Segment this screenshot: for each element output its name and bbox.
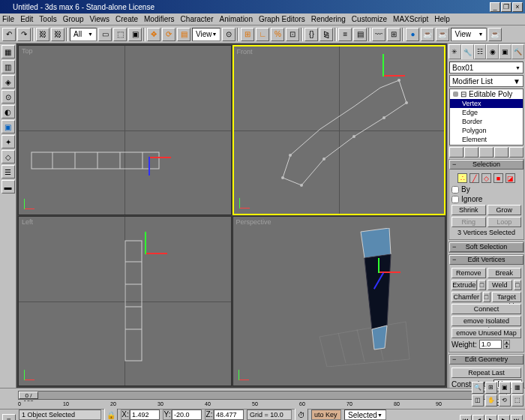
goto-start-button[interactable]: ⏮ [460,415,472,421]
viewport-left[interactable]: Left [18,216,232,386]
tab-hierarchy[interactable]: ☷ [474,44,487,59]
stack-vertex[interactable]: Vertex [450,99,523,108]
select-button[interactable]: ▭ [98,28,112,41]
render-preset[interactable]: View▼ [451,28,487,41]
weld-button[interactable]: Weld [488,280,513,290]
pin-stack-button[interactable] [449,147,464,158]
x-coord-input[interactable] [130,410,160,420]
pan-button[interactable]: ✋ [485,394,497,406]
zoom-all-button[interactable]: ⊞ [485,382,497,394]
remove-button[interactable]: Remove [452,268,486,278]
scale-button[interactable]: ▤ [177,28,190,41]
minimize-button[interactable]: _ [490,2,500,12]
quick-render-button[interactable]: ☕ [436,28,449,41]
mirror-button[interactable]: ⧎ [320,28,333,41]
chamfer-button[interactable]: Chamfer [452,292,482,302]
ignore-backfacing-checkbox[interactable] [452,196,459,203]
stack-edge[interactable]: Edge [450,108,523,117]
select-window-button[interactable]: ▣ [128,28,142,41]
menu-modifiers[interactable]: Modifiers [144,15,175,23]
by-vertex-checkbox[interactable] [452,186,459,194]
close-button[interactable]: × [512,2,523,12]
tab-button-8[interactable]: ◇ [2,150,15,164]
subobj-element-icon[interactable]: ◪ [506,173,515,183]
tab-display[interactable]: ▣ [499,44,512,59]
remove-unused-button[interactable]: emove Unused Map Vert [452,328,521,338]
tab-modify[interactable]: 🔧 [461,44,474,59]
menu-edit[interactable]: Edit [20,15,33,23]
grow-button[interactable]: Grow [488,205,522,215]
maxscript-listener-button[interactable]: ≡ [2,414,16,421]
viewport-perspective[interactable]: Perspective [232,216,446,386]
time-slider[interactable]: 0 / 100 [19,392,38,399]
lock-selection-button[interactable]: 🔒 [104,408,118,420]
time-config-button[interactable]: ⏱ [295,408,308,420]
tab-button-10[interactable]: ▬ [2,180,15,194]
tab-button-6[interactable]: ▣ [2,120,15,134]
tab-create[interactable]: ✳ [448,44,461,59]
schematic-button[interactable]: ⊞ [387,28,400,41]
repeat-last-button[interactable]: Repeat Last [452,368,521,378]
target-weld-button[interactable]: Target Weld [492,292,522,302]
center-pivot-button[interactable]: ⊙ [222,28,236,41]
ref-coord-dropdown[interactable]: View▼ [192,28,220,41]
connect-button[interactable]: Connect [452,304,521,314]
spinner-snap-toggle[interactable]: ⊡ [286,28,299,41]
soft-selection-header[interactable]: Soft Selection [449,242,524,252]
z-coord-input[interactable] [214,410,244,420]
zoom-extents-all-button[interactable]: ▦ [512,382,524,394]
tab-button-5[interactable]: ◐ [2,105,15,118]
selection-header[interactable]: Selection [449,160,524,170]
link-button[interactable]: ⛓ [36,28,50,41]
shrink-button[interactable]: Shrink [452,205,486,215]
tab-button-9[interactable]: ☰ [2,165,15,178]
layers-button[interactable]: ▤ [353,28,367,41]
tab-motion[interactable]: ◉ [486,44,499,59]
weight-input[interactable] [479,340,502,349]
align-button[interactable]: ≡ [338,28,352,41]
modifier-list-dropdown[interactable]: Modifier List▼ [449,75,524,87]
menu-customize[interactable]: Customize [352,15,387,23]
prev-frame-button[interactable]: ◀ [472,415,484,421]
edit-geometry-header[interactable]: Edit Geometry [449,355,524,364]
zoom-extents-button[interactable]: ▣ [499,382,511,394]
undo-button[interactable]: ↶ [2,28,16,41]
menu-group[interactable]: Group [63,15,84,23]
next-frame-button[interactable]: ▶ [498,415,510,421]
arc-rotate-button[interactable]: ⟲ [499,394,511,406]
tab-button-1[interactable]: ▦ [2,45,15,58]
subobj-polygon-icon[interactable]: ■ [494,173,503,183]
snap-toggle[interactable]: ⊞ [241,28,254,41]
auto-key-button[interactable]: uto Key [311,410,341,420]
selection-filter[interactable]: All▼ [70,28,97,41]
rotate-button[interactable]: ⟳ [162,28,176,41]
percent-snap-toggle[interactable]: % [271,28,284,41]
menu-help[interactable]: Help [434,15,450,23]
tab-button-7[interactable]: ✦ [2,135,15,148]
render-button[interactable]: ☕ [488,28,502,41]
stack-border[interactable]: Border [450,117,523,126]
zoom-button[interactable]: 🔍 [472,382,484,394]
move-button[interactable]: ✥ [147,28,160,41]
viewport-front[interactable]: Front [232,45,446,215]
goto-end-button[interactable]: ⏭ [511,415,523,421]
y-coord-input[interactable] [172,410,202,420]
edit-vertices-header[interactable]: Edit Vertices [449,255,524,265]
modifier-stack[interactable]: ⊟Editable Poly Vertex Edge Border Polygo… [449,88,524,146]
menu-file[interactable]: File [2,15,14,23]
unlink-button[interactable]: ⛓ [51,28,64,41]
select-region-button[interactable]: ⬚ [113,28,127,41]
curve-editor-button[interactable]: 〰 [372,28,386,41]
key-selected-dropdown[interactable]: Selected▼ [344,410,386,420]
timeline[interactable]: 0 / 100 [0,388,525,401]
material-editor-button[interactable]: ● [406,28,419,41]
menu-maxscript[interactable]: MAXScript [393,15,428,23]
tab-button-4[interactable]: ⊙ [2,90,15,104]
viewport-top[interactable]: Top [18,45,232,215]
tab-button-3[interactable]: ◈ [2,75,15,88]
min-max-toggle[interactable]: ⬚ [512,394,524,406]
break-button[interactable]: Break [488,268,522,278]
menu-character[interactable]: Character [181,15,214,23]
object-name-field[interactable]: Box01▼ [449,62,524,74]
subobj-border-icon[interactable]: ◇ [482,173,491,183]
